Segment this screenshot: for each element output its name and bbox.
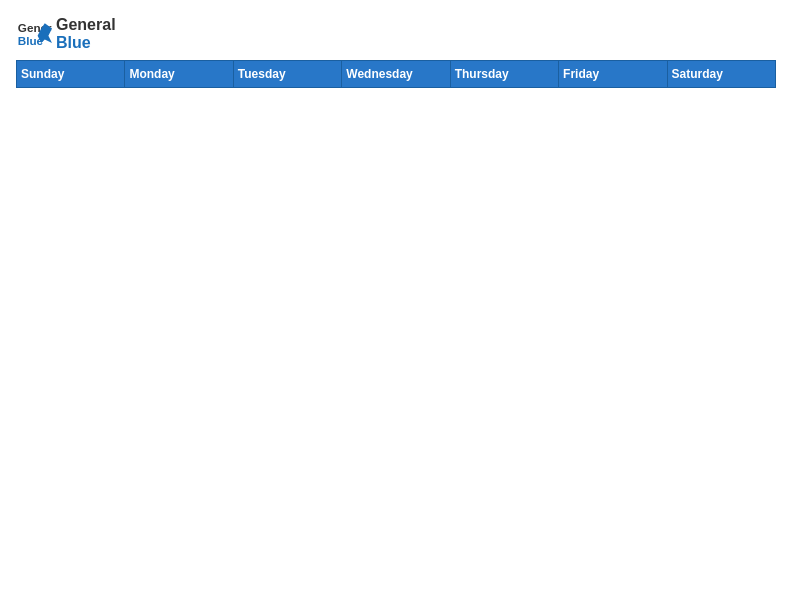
logo: General Blue General Blue	[16, 16, 116, 52]
weekday-header-friday: Friday	[559, 61, 667, 88]
calendar-header: SundayMondayTuesdayWednesdayThursdayFrid…	[17, 61, 776, 88]
weekday-header-row: SundayMondayTuesdayWednesdayThursdayFrid…	[17, 61, 776, 88]
page-header: General Blue General Blue	[16, 16, 776, 52]
weekday-header-tuesday: Tuesday	[233, 61, 341, 88]
logo-blue: Blue	[56, 34, 116, 52]
weekday-header-wednesday: Wednesday	[342, 61, 450, 88]
calendar-table: SundayMondayTuesdayWednesdayThursdayFrid…	[16, 60, 776, 88]
weekday-header-thursday: Thursday	[450, 61, 558, 88]
logo-icon: General Blue	[16, 16, 52, 52]
weekday-header-saturday: Saturday	[667, 61, 775, 88]
weekday-header-sunday: Sunday	[17, 61, 125, 88]
logo-general: General	[56, 16, 116, 34]
weekday-header-monday: Monday	[125, 61, 233, 88]
